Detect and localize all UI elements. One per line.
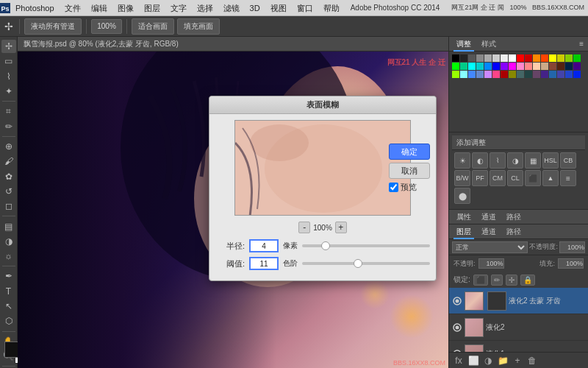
swatch-c8[interactable] — [573, 71, 581, 78]
swatch-crimson[interactable] — [501, 71, 508, 78]
tab-channels[interactable]: 通道 — [478, 210, 499, 224]
fill-input[interactable] — [558, 258, 584, 269]
swatch-green2[interactable] — [452, 63, 459, 70]
swatch-olive[interactable] — [509, 71, 516, 78]
swatch-lavender[interactable] — [484, 71, 492, 78]
menu-help[interactable]: 帮助 — [318, 0, 345, 16]
tool-clone[interactable]: ✿ — [1, 169, 16, 183]
toolbar-zoom-input[interactable] — [91, 19, 122, 34]
layer-row-0[interactable]: 液化2 去蒙 牙齿 — [449, 288, 588, 314]
layer-mask-btn[interactable]: ⬜ — [467, 355, 480, 367]
swatch-peach[interactable] — [533, 63, 540, 70]
menu-filter[interactable]: 滤镜 — [218, 0, 245, 16]
swatch-light1[interactable] — [484, 54, 492, 62]
layer-vis-1[interactable] — [452, 322, 462, 333]
dialog-preview-checkbox[interactable] — [389, 183, 398, 192]
toolbar-liquify-btn[interactable]: 液动所有管道 — [24, 18, 82, 35]
tab-layers[interactable]: 图层 — [453, 224, 474, 239]
adj-gradient-map[interactable]: ⬤ — [454, 188, 470, 204]
swatch-purple2[interactable] — [509, 63, 516, 70]
swatch-yellow2[interactable] — [557, 54, 564, 62]
color-panel-tab-adjust[interactable]: 调整 — [453, 37, 474, 52]
tool-move[interactable]: ✢ — [1, 40, 16, 53]
swatch-light3[interactable] — [501, 54, 508, 62]
toolbar-fit-btn[interactable]: 适合画面 — [132, 18, 174, 35]
swatch-blue2[interactable] — [492, 63, 500, 70]
threshold-value-box[interactable]: 11 — [249, 257, 279, 270]
tool-lasso[interactable]: ⌇ — [1, 70, 16, 83]
swatch-red2[interactable] — [525, 54, 532, 62]
tool-text[interactable]: T — [1, 285, 16, 298]
menu-view[interactable]: 视图 — [265, 0, 292, 16]
swatch-mid[interactable] — [476, 54, 484, 62]
tool-path-select[interactable]: ↖ — [1, 300, 16, 313]
layer-group-btn[interactable]: 📁 — [496, 355, 509, 367]
opacity-input[interactable] — [559, 241, 585, 253]
radius-slider-track[interactable] — [302, 244, 430, 247]
adj-channelmixer[interactable]: CM — [490, 170, 506, 186]
menu-file[interactable]: 文件 — [60, 0, 86, 16]
tool-magic-wand[interactable]: ✦ — [1, 85, 16, 98]
dialog-ok-button[interactable]: 确定 — [389, 144, 430, 160]
layer-fx-btn[interactable]: fx — [452, 355, 465, 367]
swatch-rose[interactable] — [492, 71, 500, 78]
swatch-brown[interactable] — [549, 63, 556, 70]
swatch-c4[interactable] — [541, 71, 548, 78]
adj-vibrance[interactable]: ▦ — [525, 152, 541, 169]
menu-3d[interactable]: 3D — [245, 0, 265, 16]
adj-threshold[interactable]: ≡ — [560, 170, 576, 186]
threshold-slider-track[interactable] — [302, 262, 430, 265]
tool-pen[interactable]: ✒ — [1, 269, 16, 283]
menu-select[interactable]: 选择 — [192, 0, 218, 16]
tool-shape[interactable]: ⬡ — [1, 314, 16, 328]
swatch-dark1[interactable] — [460, 54, 467, 62]
swatch-cyan2[interactable] — [476, 63, 484, 70]
tool-blur[interactable]: ◑ — [1, 235, 16, 248]
swatch-sky[interactable] — [468, 71, 476, 78]
menu-image[interactable]: 图像 — [112, 0, 139, 16]
zoom-in-btn[interactable]: + — [335, 222, 347, 233]
swatch-yg[interactable] — [565, 54, 573, 62]
swatch-cyan1[interactable] — [468, 63, 476, 70]
tool-crop[interactable]: ⌗ — [1, 105, 16, 118]
swatch-blue1[interactable] — [484, 63, 492, 70]
zoom-out-btn[interactable]: - — [298, 222, 310, 233]
radius-value-box[interactable]: 4 — [249, 239, 279, 252]
adj-curves[interactable]: ⌇ — [490, 152, 506, 169]
swatch-green1[interactable] — [573, 54, 581, 62]
tool-history[interactable]: ↺ — [1, 185, 16, 198]
tool-dodge[interactable]: ☼ — [1, 250, 16, 263]
swatch-yellow1[interactable] — [549, 54, 556, 62]
layer-row-1[interactable]: 液化2 — [449, 314, 588, 341]
layer-row-2[interactable]: 液化1 — [449, 341, 588, 352]
adj-colorbalance[interactable]: CB — [560, 152, 576, 169]
swatch-c5[interactable] — [549, 71, 556, 78]
adj-brightness[interactable]: ☀ — [454, 152, 470, 169]
tool-select-rect[interactable]: ▭ — [1, 54, 16, 68]
menu-window[interactable]: 窗口 — [292, 0, 318, 16]
lock-position-btn[interactable]: ✢ — [506, 275, 517, 286]
swatch-navy[interactable] — [565, 63, 573, 70]
menu-photoshop[interactable]: Photoshop — [10, 0, 60, 16]
color-panel-tab-style[interactable]: 样式 — [478, 37, 499, 52]
tool-brush[interactable]: 🖌 — [1, 155, 16, 168]
swatch-c6[interactable] — [557, 71, 564, 78]
tab-paths[interactable]: 路径 — [503, 210, 524, 224]
radius-slider-thumb[interactable] — [321, 241, 330, 250]
adj-exposure[interactable]: ◑ — [507, 152, 523, 169]
tool-eyedropper[interactable]: ✏ — [1, 120, 16, 133]
swatch-lime[interactable] — [452, 71, 459, 78]
blend-mode-select[interactable]: 正常 — [452, 241, 528, 253]
swatch-red1[interactable] — [517, 54, 524, 62]
threshold-slider-thumb[interactable] — [354, 259, 362, 268]
adj-posterize[interactable]: ▲ — [542, 170, 559, 186]
lock-transparent-btn[interactable]: ⬛ — [473, 275, 488, 286]
swatch-periwinkle[interactable] — [476, 71, 484, 78]
lock-pixels-btn[interactable]: ✏ — [491, 275, 503, 286]
swatch-salmon[interactable] — [525, 63, 532, 70]
tool-healing[interactable]: ⊕ — [1, 140, 16, 153]
swatch-purple1[interactable] — [501, 63, 508, 70]
adj-hsl[interactable]: HSL — [542, 152, 559, 169]
swatch-light2[interactable] — [492, 54, 500, 62]
tab-paths2[interactable]: 路径 — [503, 224, 524, 239]
